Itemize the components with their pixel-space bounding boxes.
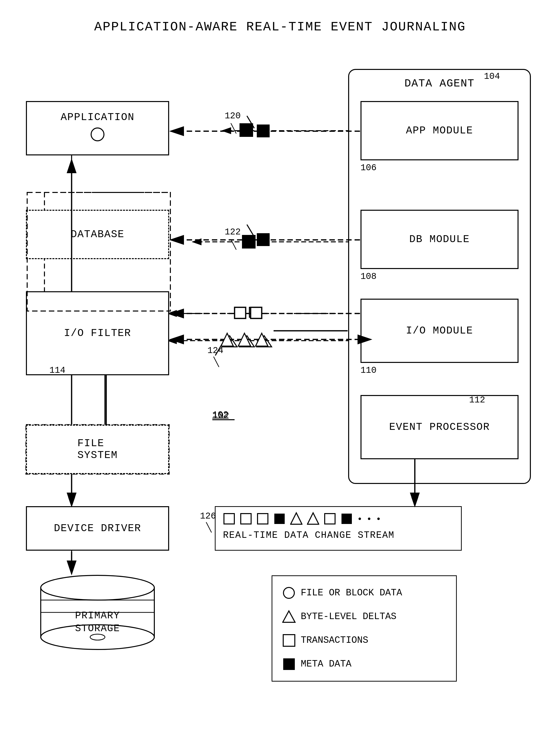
svg-rect-56 xyxy=(251,307,262,318)
file-system-box: FILESYSTEM xyxy=(26,425,169,474)
svg-rect-34 xyxy=(274,514,285,524)
svg-marker-36 xyxy=(307,513,319,524)
app-module-box: APP MODULE xyxy=(360,101,519,160)
svg-point-24 xyxy=(91,128,104,141)
svg-marker-58 xyxy=(221,333,233,346)
io-module-box: I/O MODULE xyxy=(360,299,519,363)
svg-line-50 xyxy=(247,116,254,128)
legend-transactions-label: TRANSACTIONS xyxy=(301,631,368,650)
svg-rect-37 xyxy=(325,514,335,524)
svg-rect-13 xyxy=(249,307,259,317)
ref-104: 104 xyxy=(484,71,500,81)
svg-rect-31 xyxy=(224,514,234,524)
db-module-box: DB MODULE xyxy=(360,210,519,269)
svg-rect-49 xyxy=(257,124,270,137)
io-filter-box: I/O FILTER xyxy=(26,291,169,375)
svg-rect-12 xyxy=(235,307,244,317)
application-box: APPLICATION xyxy=(26,101,169,155)
ref-114: 114 xyxy=(49,366,65,376)
svg-point-42 xyxy=(283,588,294,598)
device-driver-box: DEVICE DRIVER xyxy=(26,506,169,551)
svg-point-39 xyxy=(359,518,361,520)
svg-line-53 xyxy=(247,224,254,237)
ref-106: 106 xyxy=(360,163,377,173)
legend-file-label: FILE OR BLOCK DATA xyxy=(301,584,402,602)
svg-marker-15 xyxy=(222,336,237,347)
legend-delta-label: BYTE-LEVEL DELTAS xyxy=(301,607,397,626)
svg-marker-16 xyxy=(240,336,254,347)
ref-112: 112 xyxy=(469,395,485,405)
ref-110: 110 xyxy=(360,366,377,376)
svg-rect-44 xyxy=(283,635,295,646)
svg-rect-33 xyxy=(258,514,268,524)
page-title: APPLICATION-AWARE REAL-TIME EVENT JOURNA… xyxy=(0,0,560,44)
svg-point-26 xyxy=(41,575,154,600)
ref-122: 122 xyxy=(225,227,241,237)
legend-metadata-label: META DATA xyxy=(301,655,351,673)
svg-rect-8 xyxy=(240,123,253,137)
svg-rect-45 xyxy=(283,658,295,670)
legend-box: FILE OR BLOCK DATA BYTE-LEVEL DELTAS TRA… xyxy=(272,575,457,682)
svg-rect-10 xyxy=(242,235,256,248)
svg-rect-55 xyxy=(235,307,246,318)
ref-126: 126 xyxy=(200,511,216,521)
ref-102: 102 xyxy=(212,410,228,420)
svg-marker-35 xyxy=(291,513,302,524)
svg-marker-43 xyxy=(283,611,295,622)
primary-storage-box: PRIMARYSTORAGE xyxy=(36,573,159,652)
event-processor-box: EVENT PROCESSOR xyxy=(360,395,519,459)
svg-point-41 xyxy=(377,518,380,520)
ref-124: 124 xyxy=(207,345,223,356)
stream-box: REAL-TIME DATA CHANGE STREAM xyxy=(215,506,462,551)
ref-120: 120 xyxy=(225,111,241,121)
ref-108: 108 xyxy=(360,271,377,281)
stream-label: REAL-TIME DATA CHANGE STREAM xyxy=(223,530,454,541)
svg-marker-59 xyxy=(238,333,251,346)
svg-point-40 xyxy=(368,518,370,520)
svg-rect-32 xyxy=(241,514,251,524)
svg-rect-38 xyxy=(341,514,352,524)
svg-marker-60 xyxy=(256,333,268,346)
svg-rect-52 xyxy=(257,233,270,246)
svg-marker-17 xyxy=(257,336,272,347)
database-box: DATABASE xyxy=(26,210,169,259)
